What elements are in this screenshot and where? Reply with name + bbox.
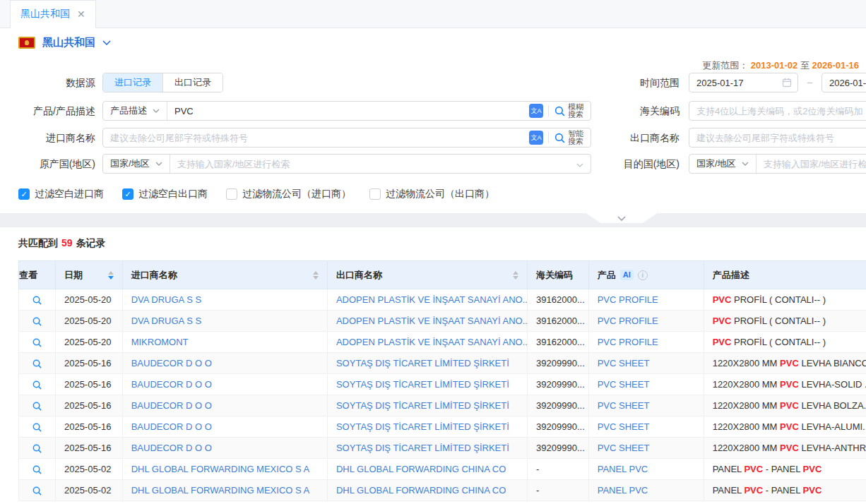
product-link[interactable]: PVC PROFILE: [598, 316, 658, 326]
cell-exporter[interactable]: SOYTAŞ DIŞ TİCARET LİMİTED ŞİRKETİ: [327, 353, 527, 374]
origin-type-select[interactable]: 国家/地区: [103, 155, 170, 173]
cell-importer[interactable]: DHL GLOBAL FORWARDING MEXICO S A: [122, 480, 327, 501]
cell-exporter[interactable]: DHL GLOBAL FORWARDING CHINA CO: [327, 480, 527, 501]
cell-product[interactable]: PVC SHEET: [588, 395, 704, 416]
chevron-down-icon[interactable]: [102, 40, 111, 45]
column-header-importer[interactable]: 进口商名称: [122, 261, 327, 289]
view-search-icon[interactable]: [32, 359, 42, 369]
cell-exporter-link[interactable]: SOYTAŞ DIŞ TİCARET LİMİTED ŞİRKETİ: [336, 443, 509, 453]
cell-exporter[interactable]: ADOPEN PLASTİK VE İNŞAAT SANAYİ ANO...: [327, 332, 527, 353]
sort-caret-down[interactable]: [513, 276, 518, 280]
checkbox-checked-icon[interactable]: ✓: [122, 188, 134, 200]
product-link[interactable]: PVC SHEET: [598, 443, 650, 453]
view-record-button[interactable]: [19, 289, 56, 311]
cell-importer-link[interactable]: DVA DRUGA S S: [131, 316, 201, 326]
checkbox-checked-icon[interactable]: ✓: [18, 188, 30, 200]
view-search-icon[interactable]: [32, 422, 42, 433]
cell-importer[interactable]: BAUDECOR D O O: [122, 395, 327, 416]
sorter[interactable]: [313, 271, 319, 280]
sort-caret-down[interactable]: [108, 276, 114, 280]
product-link[interactable]: PANEL PVC: [598, 485, 648, 496]
view-record-button[interactable]: [19, 374, 56, 395]
cell-importer-link[interactable]: BAUDECOR D O O: [131, 358, 212, 368]
cell-importer[interactable]: BAUDECOR D O O: [122, 438, 327, 459]
fuzzy-search-button[interactable]: 模糊搜索: [554, 103, 585, 119]
view-record-button[interactable]: [19, 353, 56, 374]
product-link[interactable]: PVC SHEET: [598, 379, 650, 390]
cell-importer[interactable]: DVA DRUGA S S: [122, 311, 327, 332]
view-record-button[interactable]: [19, 311, 56, 332]
product-type-select[interactable]: 产品描述: [103, 102, 167, 120]
cell-exporter[interactable]: ADOPEN PLASTİK VE İNŞAAT SANAYİ ANO...: [327, 289, 527, 311]
cell-exporter[interactable]: SOYTAŞ DIŞ TİCARET LİMİTED ŞİRKETİ: [327, 416, 527, 438]
cell-exporter[interactable]: SOYTAŞ DIŞ TİCARET LİMİTED ŞİRKETİ: [327, 374, 527, 395]
cell-importer-link[interactable]: DHL GLOBAL FORWARDING MEXICO S A: [131, 464, 310, 474]
cell-exporter[interactable]: ADOPEN PLASTİK VE İNŞAAT SANAYİ ANO...: [327, 311, 527, 332]
product-link[interactable]: PVC SHEET: [598, 400, 650, 411]
view-search-icon[interactable]: [32, 295, 42, 306]
view-search-icon[interactable]: [32, 337, 42, 348]
country-name[interactable]: 黑山共和国: [42, 36, 95, 49]
cell-importer-link[interactable]: BAUDECOR D O O: [131, 443, 212, 453]
sort-caret-up[interactable]: [313, 271, 319, 275]
date-from-input[interactable]: 2025-01-17: [689, 73, 798, 92]
cell-importer-link[interactable]: MIKROMONT: [131, 337, 189, 347]
cell-exporter-link[interactable]: ADOPEN PLASTİK VE İNŞAAT SANAYİ ANO...: [336, 316, 528, 326]
collapse-filters-button[interactable]: [586, 213, 657, 223]
hs-code-input[interactable]: [689, 102, 866, 120]
view-search-icon[interactable]: [32, 443, 42, 454]
origin-input[interactable]: [170, 155, 576, 173]
view-record-button[interactable]: [19, 416, 56, 438]
filter-checkbox[interactable]: 过滤物流公司（出口商）: [369, 188, 494, 200]
cell-product[interactable]: PVC SHEET: [588, 374, 704, 395]
product-link[interactable]: PVC PROFILE: [598, 294, 658, 305]
cell-exporter-link[interactable]: DHL GLOBAL FORWARDING CHINA CO: [336, 464, 506, 474]
data-source-option[interactable]: 进口记录: [103, 73, 162, 92]
cell-exporter[interactable]: SOYTAŞ DIŞ TİCARET LİMİTED ŞİRKETİ: [327, 395, 527, 416]
cell-product[interactable]: PVC SHEET: [588, 353, 704, 374]
cell-exporter-link[interactable]: SOYTAŞ DIŞ TİCARET LİMİTED ŞİRKETİ: [336, 379, 509, 390]
cell-product[interactable]: PANEL PVC: [588, 480, 704, 501]
date-to-input[interactable]: 2026-01-16: [821, 73, 866, 92]
cell-exporter-link[interactable]: ADOPEN PLASTİK VE İNŞAAT SANAYİ ANO...: [336, 337, 528, 347]
product-input[interactable]: [167, 102, 523, 120]
info-icon[interactable]: i: [638, 270, 648, 280]
cell-exporter[interactable]: SOYTAŞ DIŞ TİCARET LİMİTED ŞİRKETİ: [327, 438, 527, 459]
cell-exporter[interactable]: DHL GLOBAL FORWARDING CHINA CO: [327, 459, 527, 480]
sort-caret-up[interactable]: [513, 271, 518, 275]
cell-importer[interactable]: DVA DRUGA S S: [122, 289, 327, 311]
view-record-button[interactable]: [19, 332, 56, 353]
column-header-date[interactable]: 日期: [55, 261, 122, 289]
filter-checkbox[interactable]: ✓过滤空白出口商: [122, 188, 208, 200]
cell-importer-link[interactable]: BAUDECOR D O O: [131, 379, 212, 390]
tab-close-icon[interactable]: ✕: [77, 9, 85, 19]
view-search-icon[interactable]: [32, 464, 42, 475]
cell-importer-link[interactable]: DHL GLOBAL FORWARDING MEXICO S A: [131, 485, 310, 496]
view-search-icon[interactable]: [32, 380, 42, 390]
cell-product[interactable]: PVC PROFILE: [588, 289, 704, 311]
view-record-button[interactable]: [19, 480, 56, 501]
view-search-icon[interactable]: [32, 401, 42, 412]
cell-product[interactable]: PVC SHEET: [588, 416, 704, 438]
cell-exporter-link[interactable]: SOYTAŞ DIŞ TİCARET LİMİTED ŞİRKETİ: [336, 358, 509, 368]
cell-product[interactable]: PVC PROFILE: [588, 332, 704, 353]
cell-exporter-link[interactable]: DHL GLOBAL FORWARDING CHINA CO: [336, 485, 506, 496]
sorter[interactable]: [513, 271, 518, 280]
exporter-input[interactable]: [689, 128, 866, 147]
cell-importer[interactable]: DHL GLOBAL FORWARDING MEXICO S A: [122, 459, 327, 480]
product-link[interactable]: PVC SHEET: [598, 358, 650, 368]
tab-montenegro[interactable]: 黑山共和国 ✕: [10, 0, 96, 28]
sort-caret-up[interactable]: [108, 271, 114, 275]
product-link[interactable]: PVC PROFILE: [598, 337, 658, 347]
translate-icon[interactable]: 文A: [529, 104, 543, 118]
cell-importer[interactable]: BAUDECOR D O O: [122, 353, 327, 374]
view-record-button[interactable]: [19, 395, 56, 416]
cell-importer[interactable]: MIKROMONT: [122, 332, 327, 353]
destination-input[interactable]: [757, 155, 866, 173]
cell-importer-link[interactable]: BAUDECOR D O O: [131, 400, 212, 411]
cell-product[interactable]: PANEL PVC: [588, 459, 704, 480]
view-search-icon[interactable]: [32, 316, 42, 327]
cell-importer[interactable]: BAUDECOR D O O: [122, 416, 327, 438]
product-link[interactable]: PANEL PVC: [598, 464, 648, 474]
sorter[interactable]: [108, 271, 114, 280]
